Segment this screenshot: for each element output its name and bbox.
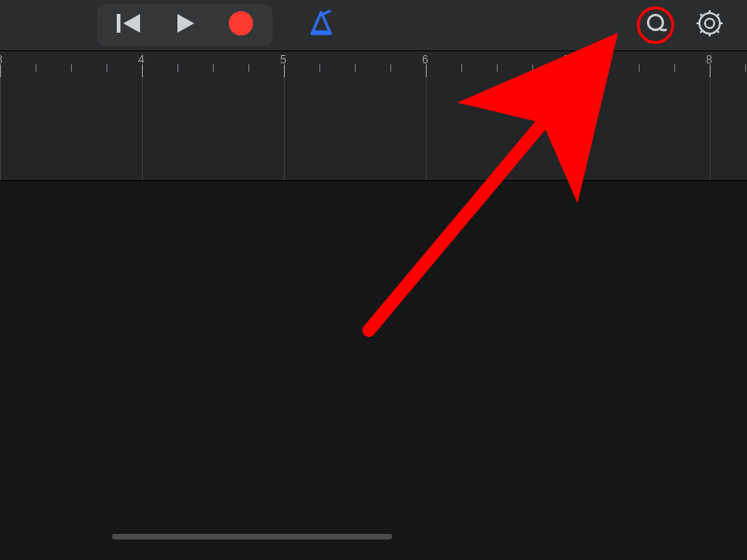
toolbar-right-group xyxy=(637,7,734,44)
horizontal-scrollbar[interactable] xyxy=(112,534,392,539)
play-icon xyxy=(174,12,196,38)
ruler-tick-minor xyxy=(248,64,249,72)
ruler-tick-major xyxy=(284,64,285,77)
play-button[interactable] xyxy=(159,7,211,43)
top-toolbar xyxy=(0,0,747,50)
svg-rect-0 xyxy=(117,14,120,33)
track-gridline xyxy=(142,78,143,180)
settings-gear-icon xyxy=(696,9,724,41)
ruler-tick-major xyxy=(710,64,711,77)
ruler-tick-minor xyxy=(319,64,320,72)
record-button[interactable] xyxy=(215,7,267,43)
settings-button[interactable] xyxy=(691,7,728,44)
ruler-tick-minor xyxy=(71,64,72,72)
ruler-tick-minor xyxy=(35,64,36,72)
ruler-tick-minor xyxy=(177,64,178,72)
svg-line-15 xyxy=(716,30,719,33)
svg-point-7 xyxy=(648,15,663,30)
ruler-tick-major xyxy=(568,64,569,77)
loop-button[interactable] xyxy=(637,7,674,44)
svg-point-3 xyxy=(229,11,253,35)
metronome-button[interactable] xyxy=(295,7,347,43)
ruler-tick-major xyxy=(0,64,1,77)
ruler-tick-minor xyxy=(674,64,675,72)
ruler-tick-minor xyxy=(639,64,640,72)
svg-line-14 xyxy=(700,14,703,17)
svg-point-8 xyxy=(705,19,714,28)
track-gridline xyxy=(568,78,569,180)
ruler-tick-minor xyxy=(461,64,462,72)
ruler-tick-minor xyxy=(213,64,214,72)
svg-line-16 xyxy=(700,30,703,33)
track-gridline xyxy=(710,78,711,180)
svg-marker-1 xyxy=(123,14,140,33)
track-gridline xyxy=(284,78,285,180)
loop-icon xyxy=(643,11,668,39)
arrangement-area[interactable] xyxy=(0,181,747,560)
track-gridline xyxy=(0,78,1,180)
ruler-tick-minor xyxy=(603,64,604,72)
ruler-tick-minor xyxy=(532,64,533,72)
ruler-tick-minor xyxy=(497,64,498,72)
ruler-tick-major xyxy=(142,64,143,77)
rewind-button[interactable] xyxy=(103,7,155,43)
rewind-to-start-icon xyxy=(116,13,142,37)
track-gridline xyxy=(426,78,427,180)
ruler-tick-minor xyxy=(390,64,391,72)
timeline-ruler[interactable]: 345678 xyxy=(0,50,747,78)
ruler-tick-major xyxy=(426,64,427,77)
svg-marker-2 xyxy=(177,14,194,33)
svg-line-17 xyxy=(716,14,719,17)
record-icon xyxy=(228,10,254,40)
track-lane[interactable] xyxy=(0,78,747,181)
transport-controls xyxy=(97,4,273,47)
ruler-tick-minor xyxy=(745,64,746,72)
ruler-tick-minor xyxy=(355,64,356,72)
ruler-tick-minor xyxy=(106,64,107,72)
metronome-icon xyxy=(307,9,335,41)
